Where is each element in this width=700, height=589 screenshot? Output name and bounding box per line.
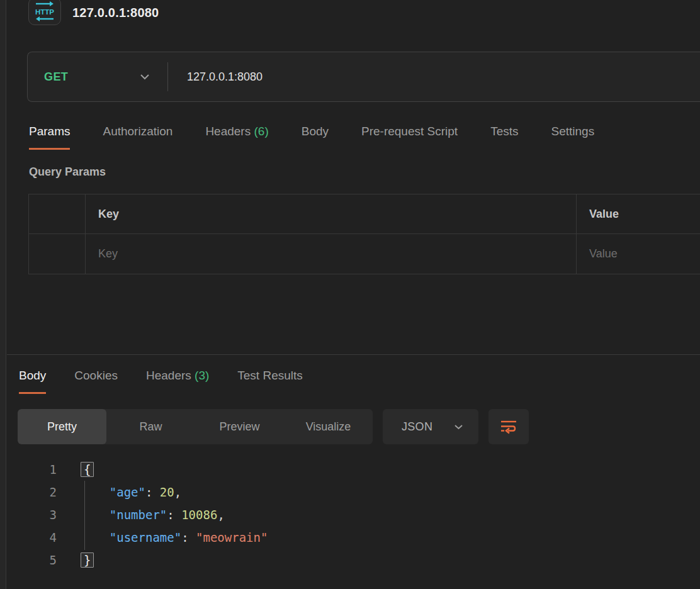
view-mode-segmented-control: PrettyRawPreviewVisualize	[18, 409, 373, 444]
response-section-divider[interactable]	[7, 354, 700, 355]
code-line-content: "age": 20,	[81, 481, 181, 503]
method-label: GET	[44, 70, 68, 84]
svg-text:HTTP: HTTP	[35, 8, 54, 16]
tab-label: Authorization	[103, 125, 172, 138]
request-header: HTTP 127.0.0.1:8080	[28, 0, 159, 25]
tab-label: Pre-request Script	[361, 125, 458, 138]
view-mode-raw[interactable]: Raw	[106, 409, 195, 444]
http-swap-icon: HTTP	[33, 1, 56, 22]
tab-label: Tests	[490, 125, 518, 138]
tab-label: Headers	[146, 369, 191, 382]
code-line: 1{	[0, 458, 700, 481]
view-mode-pretty[interactable]: Pretty	[18, 409, 106, 444]
code-token-str: "meowrain"	[196, 530, 268, 544]
code-token-brace: }	[81, 553, 94, 568]
format-label: JSON	[402, 420, 432, 434]
view-mode-visualize[interactable]: Visualize	[284, 409, 373, 444]
response-tabs: BodyCookiesHeaders (3)Test Results	[19, 369, 303, 394]
table-row: Key Value	[29, 234, 700, 274]
chevron-down-icon	[140, 74, 150, 80]
tab-headers[interactable]: Headers (3)	[146, 369, 209, 394]
code-token-plain: ,	[174, 485, 181, 499]
url-bar: GET 127.0.0.1:8080	[27, 52, 700, 102]
tab-params[interactable]: Params	[29, 125, 70, 150]
tab-count-badge: (3)	[191, 369, 210, 382]
tab-pre-request-script[interactable]: Pre-request Script	[361, 125, 458, 150]
code-token-key: "age"	[110, 485, 145, 499]
code-line-content: "number": 10086,	[81, 503, 225, 526]
value-input[interactable]: Value	[577, 234, 700, 274]
response-view-toolbar: PrettyRawPreviewVisualize JSON	[18, 409, 529, 444]
value-column-header: Value	[577, 194, 700, 233]
code-token-plain: ,	[217, 508, 224, 522]
tab-body[interactable]: Body	[302, 125, 329, 150]
tab-test-results[interactable]: Test Results	[237, 369, 302, 394]
table-select-column	[29, 194, 86, 233]
query-params-table: Key Value Key Value	[28, 194, 700, 274]
http-request-badge: HTTP	[28, 0, 61, 25]
indent-guide	[84, 481, 85, 550]
code-token-plain: :	[145, 485, 160, 499]
code-token-num: 20	[160, 485, 174, 499]
key-column-header: Key	[86, 194, 577, 233]
code-line: 4 "username": "meowrain"	[0, 526, 700, 549]
tab-label: Body	[19, 369, 46, 382]
table-header-row: Key Value	[29, 194, 700, 234]
tab-body[interactable]: Body	[19, 369, 46, 394]
code-token-key: "username"	[110, 530, 181, 544]
tab-tests[interactable]: Tests	[490, 125, 518, 150]
code-token-plain: :	[181, 530, 196, 544]
code-token-key: "number"	[110, 508, 167, 522]
code-line-content: "username": "meowrain"	[81, 526, 268, 549]
code-line: 3 "number": 10086,	[0, 503, 700, 526]
request-title: 127.0.0.1:8080	[72, 6, 159, 20]
tab-label: Cookies	[74, 369, 118, 382]
tab-label: Test Results	[237, 369, 302, 382]
code-token-plain: :	[167, 508, 181, 522]
response-body-code[interactable]: 1{2 "age": 20,3 "number": 10086,4 "usern…	[0, 458, 700, 571]
code-line-content: }	[81, 549, 94, 571]
tab-headers[interactable]: Headers (6)	[205, 125, 268, 150]
tab-authorization[interactable]: Authorization	[103, 125, 172, 150]
line-number: 3	[0, 503, 57, 526]
url-bar-divider	[167, 62, 168, 91]
format-dropdown[interactable]: JSON	[383, 409, 478, 444]
code-line: 2 "age": 20,	[0, 481, 700, 503]
tab-label: Settings	[551, 125, 595, 138]
key-input[interactable]: Key	[86, 234, 577, 274]
url-input[interactable]: 127.0.0.1:8080	[187, 70, 262, 84]
tab-count-badge: (6)	[251, 125, 269, 138]
method-select[interactable]: GET	[28, 70, 167, 84]
tab-settings[interactable]: Settings	[551, 125, 595, 150]
tab-label: Params	[29, 125, 70, 138]
wrap-lines-button[interactable]	[488, 409, 529, 444]
code-line: 5}	[0, 549, 700, 571]
line-number: 1	[0, 458, 57, 481]
code-line-content: {	[81, 458, 94, 481]
word-wrap-icon	[500, 419, 517, 434]
tab-label: Body	[302, 125, 329, 138]
line-number: 5	[0, 549, 57, 571]
view-mode-preview[interactable]: Preview	[195, 409, 284, 444]
request-tabs: ParamsAuthorizationHeaders (6)BodyPre-re…	[29, 125, 594, 150]
chevron-down-icon	[454, 424, 463, 430]
code-token-num: 10086	[181, 508, 217, 522]
tab-cookies[interactable]: Cookies	[74, 369, 118, 394]
line-number: 2	[0, 481, 57, 503]
row-select-cell[interactable]	[29, 234, 86, 274]
query-params-title: Query Params	[29, 165, 106, 179]
tab-label: Headers	[205, 125, 251, 138]
code-token-brace: {	[81, 462, 94, 477]
line-number: 4	[0, 526, 57, 549]
